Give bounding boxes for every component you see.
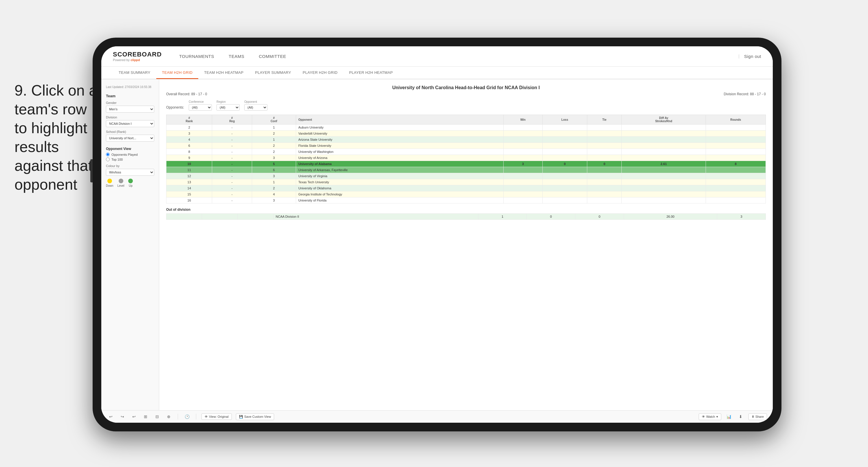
save-custom-view-button[interactable]: 💾 Save Custom View bbox=[236, 413, 274, 420]
region-filter: Region (All) bbox=[216, 100, 240, 111]
powered-by: Powered by clippd bbox=[113, 58, 162, 62]
table-row[interactable]: 12-3University of Virginia bbox=[166, 173, 766, 179]
col-win: Win bbox=[503, 115, 542, 124]
col-diff: Diff AvStrokes/Rnd bbox=[622, 115, 706, 124]
header-right: | Sign out bbox=[738, 53, 761, 60]
tablet-device: SCOREBOARD Powered by clippd TOURNAMENTS… bbox=[93, 38, 781, 431]
school-select[interactable]: University of Nort... bbox=[106, 135, 154, 142]
nav-teams[interactable]: TEAMS bbox=[229, 53, 244, 60]
out-division-row[interactable]: NCAA Division II10026.003 bbox=[166, 214, 766, 220]
region-filter-select[interactable]: (All) bbox=[216, 104, 240, 111]
instruction-text: 9. Click on a team's row to highlight re… bbox=[14, 81, 98, 194]
save-icon: 💾 bbox=[239, 415, 243, 419]
crop-button[interactable]: ⊞ bbox=[142, 413, 149, 420]
out-of-division-header: Out of division bbox=[166, 208, 766, 212]
split-button[interactable]: ⊟ bbox=[153, 413, 161, 420]
radio-opponents-played[interactable]: Opponents Played bbox=[106, 153, 154, 156]
main-nav: TOURNAMENTS TEAMS COMMITTEE bbox=[179, 53, 738, 60]
step-number: 9. bbox=[14, 82, 27, 99]
undo2-button[interactable]: ↩ bbox=[130, 413, 138, 420]
nav-tournaments[interactable]: TOURNAMENTS bbox=[179, 53, 214, 60]
table-row[interactable]: 14-2University of Oklahoma bbox=[166, 185, 766, 192]
radio-top-100[interactable]: Top 100 bbox=[106, 157, 154, 161]
school-label: School (Rank) bbox=[106, 130, 154, 134]
table-row[interactable]: 11-6University of Arkansas, Fayetteville bbox=[166, 167, 766, 173]
col-opponent: Opponent bbox=[296, 115, 503, 124]
col-reg: #Reg bbox=[212, 115, 252, 124]
colour-by-select[interactable]: Win/loss bbox=[106, 169, 154, 176]
filters-row: Opponents: Conference (All) Region (All) bbox=[166, 100, 766, 111]
main-content: Last Updated: 27/03/2024 16:55:38 Team G… bbox=[101, 79, 773, 410]
subnav-player-summary[interactable]: PLAYER SUMMARY bbox=[249, 67, 297, 79]
logo-area: SCOREBOARD Powered by clippd bbox=[113, 51, 162, 62]
colour-legend: Down Level Up bbox=[106, 179, 154, 187]
table-row[interactable]: 8-2University of Washington bbox=[166, 149, 766, 155]
colour-level: Level bbox=[118, 179, 124, 187]
region-filter-label: Region bbox=[216, 100, 240, 104]
link-button[interactable]: ⊕ bbox=[165, 413, 173, 420]
records-row: Overall Record: 89 - 17 - 0 Division Rec… bbox=[166, 92, 766, 96]
table-row[interactable]: 15-4Georgia Institute of Technology bbox=[166, 192, 766, 198]
subnav-team-summary[interactable]: TEAM SUMMARY bbox=[113, 67, 156, 79]
table-row[interactable]: 9-3University of Arizona bbox=[166, 155, 766, 161]
overall-record: Overall Record: 89 - 17 - 0 bbox=[166, 92, 207, 96]
col-rounds: Rounds bbox=[706, 115, 766, 124]
share-button[interactable]: ⬆ Share bbox=[748, 413, 767, 420]
subnav-team-h2h-heatmap[interactable]: TEAM H2H HEATMAP bbox=[198, 67, 249, 79]
download-button[interactable]: ⬇ bbox=[737, 413, 744, 420]
data-area: University of North Carolina Head-to-Hea… bbox=[159, 79, 773, 410]
opponent-filter: Opponent (All) bbox=[244, 100, 268, 111]
view-original-button[interactable]: 👁 View: Original bbox=[202, 413, 232, 420]
subnav-player-h2h-grid[interactable]: PLAYER H2H GRID bbox=[297, 67, 344, 79]
col-conf: #Conf bbox=[252, 115, 296, 124]
app-header: SCOREBOARD Powered by clippd TOURNAMENTS… bbox=[101, 46, 773, 66]
table-row[interactable]: 10-5University of Alabama3002.618 bbox=[166, 161, 766, 167]
opponent-filter-select[interactable]: (All) bbox=[244, 104, 268, 111]
opponent-view-radio-group: Opponents Played Top 100 bbox=[106, 153, 154, 161]
colour-down: Down bbox=[106, 179, 114, 187]
sidebar-team-title: Team bbox=[106, 94, 154, 98]
redo-button[interactable]: ↪ bbox=[119, 413, 126, 420]
colour-up: Up bbox=[128, 179, 133, 187]
nav-committee[interactable]: COMMITTEE bbox=[259, 53, 286, 60]
h2h-table: #Rank #Reg #Conf Opponent Win Loss Tie D… bbox=[166, 115, 766, 204]
opponent-view-label: Opponent View bbox=[106, 147, 154, 151]
col-tie: Tie bbox=[587, 115, 622, 124]
present-button[interactable]: 📊 bbox=[725, 413, 733, 420]
conference-filter: Conference (All) bbox=[189, 100, 212, 111]
gender-label: Gender bbox=[106, 101, 154, 105]
table-row[interactable]: 4-1Arizona State University bbox=[166, 137, 766, 143]
view-icon: 👁 bbox=[205, 415, 208, 418]
division-record: Division Record: 88 - 17 - 0 bbox=[724, 92, 766, 96]
sub-nav: TEAM SUMMARY TEAM H2H GRID TEAM H2H HEAT… bbox=[101, 66, 773, 80]
opponent-filter-label: Opponent bbox=[244, 100, 268, 104]
table-row[interactable]: 3-2Vanderbilt University bbox=[166, 130, 766, 137]
col-loss: Loss bbox=[542, 115, 587, 124]
h2h-table-section: #Rank #Reg #Conf Opponent Win Loss Tie D… bbox=[166, 115, 766, 220]
bottom-toolbar: ↩ ↪ ↩ ⊞ ⊟ ⊕ 🕐 👁 View: Original 💾 Save Cu… bbox=[101, 410, 773, 423]
tablet-screen: SCOREBOARD Powered by clippd TOURNAMENTS… bbox=[101, 46, 773, 423]
tablet-side-button bbox=[90, 159, 93, 182]
subnav-team-h2h-grid[interactable]: TEAM H2H GRID bbox=[156, 67, 198, 79]
grid-title: University of North Carolina Head-to-Hea… bbox=[166, 85, 766, 90]
undo-button[interactable]: ↩ bbox=[107, 413, 115, 420]
out-division-table: NCAA Division II10026.003 bbox=[166, 213, 766, 220]
subnav-player-h2h-heatmap[interactable]: PLAYER H2H HEATMAP bbox=[343, 67, 399, 79]
instruction-body: Click on a team's row to highlight resul… bbox=[14, 82, 97, 193]
col-rank: #Rank bbox=[166, 115, 212, 124]
conference-filter-select[interactable]: (All) bbox=[189, 104, 212, 111]
table-row[interactable]: 6-2Florida State University bbox=[166, 143, 766, 149]
clock-button[interactable]: 🕐 bbox=[183, 413, 191, 420]
sidebar: Last Updated: 27/03/2024 16:55:38 Team G… bbox=[101, 79, 159, 410]
app-logo: SCOREBOARD bbox=[113, 51, 162, 58]
share-icon: ⬆ bbox=[752, 415, 754, 419]
watch-button[interactable]: 👁 Watch ▾ bbox=[699, 413, 721, 420]
division-select[interactable]: NCAA Division I bbox=[106, 120, 154, 127]
table-row[interactable]: 2-1Auburn University bbox=[166, 124, 766, 130]
gender-select[interactable]: Men's bbox=[106, 106, 154, 113]
sign-out-link[interactable]: Sign out bbox=[744, 53, 761, 60]
division-label: Division bbox=[106, 116, 154, 119]
conference-filter-label: Conference bbox=[189, 100, 212, 104]
table-row[interactable]: 13-1Texas Tech University bbox=[166, 179, 766, 185]
table-row[interactable]: 16-3University of Florida bbox=[166, 198, 766, 204]
